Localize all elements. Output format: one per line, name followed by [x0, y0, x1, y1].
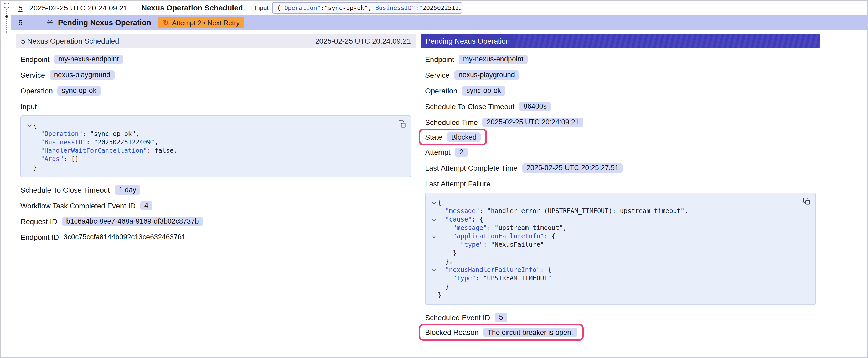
last-attempt-failure-label: Last Attempt Failure — [425, 178, 816, 189]
field-label: Schedule To Close Timeout — [21, 186, 110, 194]
field-row-workflow-task-completed-event-id: Workflow Task Completed Event ID 4 — [21, 200, 153, 211]
timeline-circle-marker[interactable] — [3, 3, 9, 8]
endpoint-id-link[interactable]: 3c0c75ccfa8144b092c13ce632463761 — [64, 233, 185, 241]
pending-operation-panel-body: Endpoint my-nexus-endpoint Service nexus… — [421, 48, 820, 347]
field-label: Last Attempt Complete Time — [425, 164, 518, 172]
workflow-history-page: 5 2025-02-25 UTC 20:24:09.21 Nexus Opera… — [0, 0, 868, 358]
field-value-badge: 4 — [140, 201, 153, 210]
pending-operation-row[interactable]: 5 ✳ Pending Nexus Operation ↻ Attempt 2 … — [11, 15, 867, 30]
pending-operation-title: Pending Nexus Operation — [58, 19, 151, 27]
field-value-badge: nexus-playground — [454, 70, 519, 79]
nexus-operation-icon: ✳ — [47, 18, 53, 27]
code-line: "Args": [] — [25, 155, 395, 163]
field-row-service: Service nexus-playground — [425, 69, 519, 80]
field-row-blocked-reason-highlighted: Blocked Reason The circuit breaker is op… — [419, 324, 584, 341]
code-line: }, — [430, 257, 800, 266]
field-value-badge: 2025-02-25 UTC 20:24:09.21 — [483, 117, 583, 127]
field-label: Operation — [21, 86, 53, 95]
code-line: "HandlerWaitForCancellation": false, — [25, 147, 395, 155]
field-row-schedule-to-close-timeout: Schedule To Close Timeout 1 day — [21, 184, 140, 195]
field-value-badge: my-nexus-endpoint — [54, 54, 123, 64]
collapse-chevron-icon[interactable] — [432, 234, 436, 238]
field-label: Workflow Task Completed Event ID — [21, 201, 135, 210]
scheduled-event-panel: 5 Nexus Operation Scheduled 2025-02-25 U… — [16, 34, 415, 347]
code-line: } — [430, 283, 800, 291]
code-line: "nexusHandlerFailureInfo": { — [430, 266, 800, 274]
timeline-dotted-line — [6, 9, 7, 14]
code-line: "BusinessID": "20250225122409", — [25, 138, 395, 147]
scheduled-event-panel-body: Endpoint my-nexus-endpoint Service nexus… — [16, 48, 415, 253]
field-row-schedule-to-close-timeout: Schedule To Close Timeout 86400s — [425, 101, 551, 112]
code-line: } — [25, 163, 395, 172]
retry-badge-label: Attempt 2 • Next Retry — [172, 19, 240, 27]
field-label: Schedule To Close Timeout — [425, 102, 515, 110]
panel-header-title: Pending Nexus Operation — [421, 34, 515, 48]
field-row-attempt: Attempt 2 — [425, 147, 468, 158]
code-line: "type": "UPSTREAM_TIMEOUT" — [430, 274, 800, 283]
copy-icon[interactable] — [398, 120, 406, 128]
collapse-chevron-icon[interactable] — [432, 217, 436, 221]
code-line: "message": "handler error (UPSTREAM_TIME… — [430, 207, 800, 215]
field-row-service: Service nexus-playground — [21, 69, 115, 80]
code-line: { — [430, 198, 800, 207]
event-rows: 5 2025-02-25 UTC 20:24:09.21 Nexus Opera… — [11, 1, 867, 30]
timeline-dot-marker[interactable] — [5, 15, 8, 18]
panel-header-timestamp: 2025-02-25 UTC 20:24:09.21 — [315, 37, 411, 45]
scheduled-event-panel-header: 5 Nexus Operation Scheduled 2025-02-25 U… — [16, 34, 415, 48]
field-value-badge: 5 — [495, 313, 507, 322]
event-summary-row[interactable]: 5 2025-02-25 UTC 20:24:09.21 Nexus Opera… — [11, 1, 867, 15]
field-value-badge: 2 — [455, 147, 468, 157]
field-label: Attempt — [425, 148, 451, 156]
pending-event-id-link[interactable]: 5 — [19, 19, 23, 27]
field-row-request-id: Request ID b1c6a4bc-8ee7-468a-9169-df3b0… — [21, 216, 203, 227]
field-label: Scheduled Event ID — [425, 313, 490, 322]
field-value-badge: sync-op-ok — [462, 86, 505, 95]
retry-icon: ↻ — [163, 19, 169, 27]
event-detail-panels: 5 Nexus Operation Scheduled 2025-02-25 U… — [16, 34, 867, 347]
collapse-chevron-icon[interactable] — [432, 267, 436, 272]
field-label: Scheduled Time — [425, 118, 478, 126]
field-value-badge: nexus-playground — [50, 70, 115, 79]
collapse-chevron-icon[interactable] — [432, 200, 436, 204]
field-value-badge: 1 day — [115, 185, 140, 194]
timeline-rail — [2, 3, 10, 33]
field-value-badge: sync-op-ok — [58, 86, 101, 95]
field-row-operation: Operation sync-op-ok — [425, 85, 505, 96]
code-line: } — [430, 249, 800, 257]
field-label: Endpoint — [21, 55, 50, 63]
field-row-endpoint: Endpoint my-nexus-endpoint — [21, 54, 123, 65]
code-line: "message": "upstream timeout", — [430, 224, 800, 232]
retry-attempt-badge: ↻ Attempt 2 • Next Retry — [158, 17, 244, 28]
pending-operation-panel-header: Pending Nexus Operation — [421, 34, 820, 48]
code-line: "type": "NexusFailure" — [430, 240, 800, 249]
input-section-label: Input — [21, 101, 411, 112]
field-row-state-highlighted: State Blocked — [419, 129, 487, 145]
copy-icon[interactable] — [803, 197, 811, 205]
state-badge: Blocked — [447, 132, 480, 142]
event-id-link[interactable]: 5 — [19, 4, 23, 12]
field-label: Request ID — [21, 217, 57, 225]
code-line: "Operation": "sync-op-ok", — [25, 130, 395, 138]
field-label: Blocked Reason — [425, 328, 479, 336]
input-code-block: { "Operation": "sync-op-ok", "BusinessID… — [21, 116, 411, 177]
failure-code-block: { "message": "handler error (UPSTREAM_TI… — [425, 193, 816, 305]
field-row-endpoint-id: Endpoint ID 3c0c75ccfa8144b092c13ce63246… — [21, 231, 185, 242]
field-row-last-attempt-complete-time: Last Attempt Complete Time 2025-02-25 UT… — [425, 162, 623, 173]
event-input-label: Input — [254, 4, 269, 11]
field-value-badge: 2025-02-25 UTC 20:25:27.51 — [522, 163, 623, 172]
field-row-scheduled-event-id: Scheduled Event ID 5 — [425, 312, 507, 323]
field-label: Endpoint — [425, 55, 454, 63]
field-label: Service — [425, 71, 450, 79]
code-line: "cause": { — [430, 215, 800, 224]
field-row-scheduled-time: Scheduled Time 2025-02-25 UTC 20:24:09.2… — [425, 117, 583, 128]
code-line: } — [430, 291, 800, 299]
field-label: Endpoint ID — [21, 233, 59, 241]
event-title: Nexus Operation Scheduled — [141, 4, 243, 12]
field-label: Service — [21, 71, 45, 79]
field-value-badge: my-nexus-endpoint — [459, 54, 528, 64]
blocked-reason-badge: The circuit breaker is open. — [484, 328, 578, 337]
field-value-badge: b1c6a4bc-8ee7-468a-9169-df3b02c8737b — [62, 217, 203, 226]
panel-header-title: 5 Nexus Operation Scheduled — [21, 37, 119, 45]
timeline-dotted-line — [6, 19, 7, 33]
collapse-chevron-icon[interactable] — [27, 123, 32, 127]
